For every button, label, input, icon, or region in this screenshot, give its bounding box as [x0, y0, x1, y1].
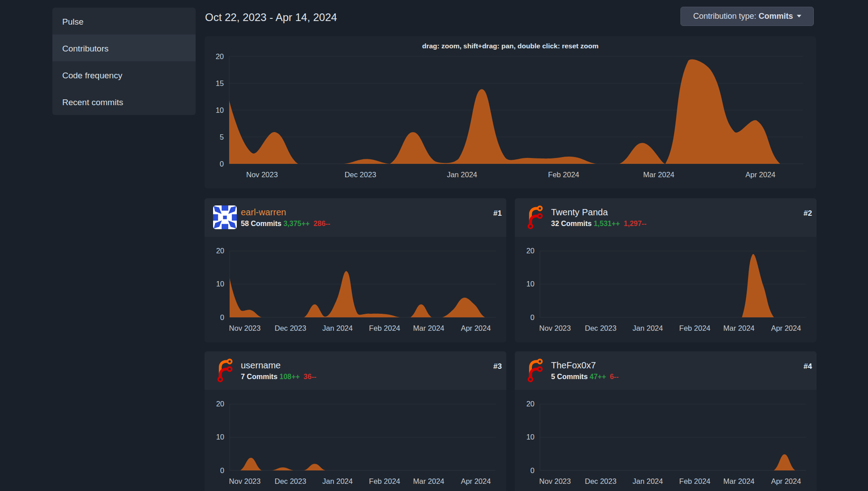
svg-text:drag: zoom, shift+drag: pan, d: drag: zoom, shift+drag: pan, double clic… — [422, 42, 599, 50]
svg-text:Jan 2024: Jan 2024 — [322, 324, 353, 332]
svg-text:Apr 2024: Apr 2024 — [745, 171, 775, 179]
svg-text:10: 10 — [526, 433, 534, 441]
svg-text:Feb 2024: Feb 2024 — [548, 171, 579, 179]
svg-text:Feb 2024: Feb 2024 — [369, 324, 400, 332]
svg-text:Mar 2024: Mar 2024 — [643, 171, 675, 179]
svg-text:Dec 2023: Dec 2023 — [585, 477, 616, 485]
svg-text:Nov 2023: Nov 2023 — [539, 324, 571, 332]
svg-text:20: 20 — [216, 247, 224, 255]
svg-text:0: 0 — [220, 160, 224, 168]
svg-text:Feb 2024: Feb 2024 — [679, 324, 710, 332]
svg-text:Mar 2024: Mar 2024 — [413, 324, 445, 332]
svg-text:10: 10 — [526, 280, 534, 288]
svg-text:15: 15 — [216, 79, 224, 87]
svg-text:Apr 2024: Apr 2024 — [461, 477, 491, 485]
svg-text:Dec 2023: Dec 2023 — [274, 324, 306, 332]
svg-text:Jan 2024: Jan 2024 — [633, 324, 663, 332]
svg-text:Jan 2024: Jan 2024 — [322, 477, 353, 485]
svg-text:Apr 2024: Apr 2024 — [771, 477, 801, 485]
svg-text:20: 20 — [526, 247, 534, 255]
svg-text:20: 20 — [216, 400, 224, 408]
svg-text:0: 0 — [220, 466, 224, 474]
svg-text:Dec 2023: Dec 2023 — [585, 324, 616, 332]
svg-text:Nov 2023: Nov 2023 — [229, 324, 261, 332]
svg-text:Nov 2023: Nov 2023 — [539, 477, 571, 485]
svg-text:Mar 2024: Mar 2024 — [413, 477, 445, 485]
svg-text:Feb 2024: Feb 2024 — [679, 477, 710, 485]
svg-text:Nov 2023: Nov 2023 — [229, 477, 261, 485]
svg-text:Dec 2023: Dec 2023 — [274, 477, 306, 485]
svg-text:Dec 2023: Dec 2023 — [345, 171, 376, 179]
svg-text:Apr 2024: Apr 2024 — [771, 324, 801, 332]
svg-text:5: 5 — [220, 133, 224, 141]
svg-text:0: 0 — [220, 313, 224, 321]
svg-text:Jan 2024: Jan 2024 — [633, 477, 663, 485]
svg-text:10: 10 — [216, 106, 224, 114]
svg-text:0: 0 — [530, 466, 534, 474]
svg-text:0: 0 — [530, 313, 534, 321]
svg-text:Jan 2024: Jan 2024 — [447, 171, 477, 179]
svg-text:20: 20 — [216, 52, 224, 60]
svg-text:Mar 2024: Mar 2024 — [723, 477, 755, 485]
svg-text:Mar 2024: Mar 2024 — [723, 324, 755, 332]
svg-text:Feb 2024: Feb 2024 — [369, 477, 400, 485]
svg-text:10: 10 — [216, 280, 224, 288]
svg-text:10: 10 — [216, 433, 224, 441]
svg-text:20: 20 — [526, 400, 534, 408]
svg-text:Apr 2024: Apr 2024 — [461, 324, 491, 332]
svg-text:Nov 2023: Nov 2023 — [246, 171, 278, 179]
